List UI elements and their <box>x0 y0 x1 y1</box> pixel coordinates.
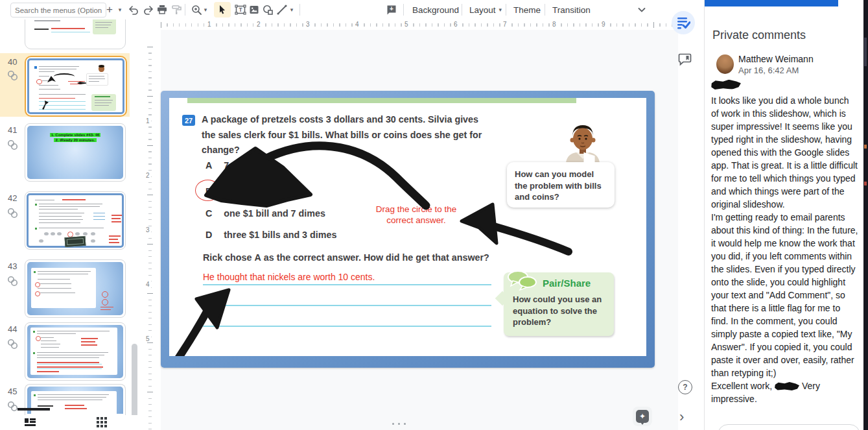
paint-format-button[interactable] <box>169 2 184 18</box>
slide-filmstrip: 40 <box>0 19 139 415</box>
slide-number-42: 42 <box>8 193 17 203</box>
right-gutter: ? › <box>678 0 704 430</box>
comment-timestamp: Apr 16, 6:42 AM <box>738 66 799 75</box>
google-slides-app: + ▾ ▾ T ▾ <box>0 0 868 430</box>
option-a[interactable]: A7 nickels <box>205 160 263 171</box>
boy-character-illustration <box>562 121 604 165</box>
drag-instruction-text[interactable]: Drag the circle to the correct answer. <box>368 204 465 226</box>
toolbar: + ▾ ▾ T ▾ <box>0 0 703 19</box>
comment-closing: Excellent work, Very impressive. <box>711 379 859 405</box>
problem-text[interactable]: A package of pretzels costs 3 dollars an… <box>202 112 492 158</box>
slide-thumbnail-45[interactable] <box>25 384 126 416</box>
search-input[interactable] <box>10 3 106 18</box>
filmstrip-horizontal-scrollbar[interactable] <box>18 408 50 411</box>
pair-share-title: Pair/Share <box>543 278 591 289</box>
toolbar-separator <box>403 4 404 16</box>
line-caret-icon[interactable]: ▾ <box>288 2 296 18</box>
undo-button[interactable] <box>126 2 141 18</box>
toolbar-separator <box>462 4 462 16</box>
slide-thumbnail-41[interactable]: 1. Complete slides #43- 46 2. iReady 20 … <box>25 123 126 182</box>
layout-caret-icon: ▾ <box>499 6 502 13</box>
comment-paragraph-2: I'm getting ready to email parents about… <box>711 211 859 379</box>
pair-share-box[interactable]: Pair/Share How could you use an equation… <box>504 272 614 336</box>
comment-paragraph-1: It looks like you did a whole bunch of w… <box>711 94 859 211</box>
zoom-caret-icon[interactable]: ▾ <box>202 2 209 18</box>
answer-line <box>203 305 491 306</box>
layout-button[interactable]: Layout▾ <box>465 0 506 19</box>
svg-text:T: T <box>239 6 242 13</box>
pair-share-tail <box>495 291 510 306</box>
link-icon <box>7 276 18 289</box>
slide-number-41: 41 <box>8 125 17 135</box>
avatar <box>716 54 734 74</box>
grid-view-icon[interactable] <box>97 417 107 430</box>
link-icon <box>7 70 18 84</box>
toolbar-separator <box>545 4 545 16</box>
redacted-name-scribble <box>775 382 799 390</box>
private-comments-panel: Private comments Matthew Weimann Apr 16,… <box>704 0 864 430</box>
checklist-badge[interactable] <box>672 11 695 34</box>
toolbar-separator <box>506 4 506 16</box>
slide-thumbnail-42[interactable] <box>25 191 126 250</box>
reply-input[interactable] <box>718 424 860 430</box>
rick-question-text[interactable]: Rick chose A as the correct answer. How … <box>203 252 489 263</box>
panel-title: Private comments <box>712 29 806 42</box>
slide-thumbnail-partial[interactable] <box>25 14 126 49</box>
horizontal-ruler: 1 2 3 4 5 6 7 8 9 <box>139 19 678 30</box>
student-answer-text[interactable]: He thought that nickels are worth 10 cen… <box>203 272 375 282</box>
select-tool-button[interactable] <box>214 2 231 18</box>
slide-editor-page[interactable]: 27 A package of pretzels costs 3 dollars… <box>161 91 655 368</box>
svg-text:+: + <box>390 5 393 12</box>
answer-line <box>203 326 491 327</box>
help-icon[interactable]: ? <box>678 380 692 394</box>
problem-number-badge: 27 <box>182 115 195 126</box>
redacted-name-scribble <box>711 79 741 90</box>
collapse-panel-chevron-icon[interactable]: › <box>679 409 684 425</box>
slide-thumbnail-44[interactable] <box>25 322 126 381</box>
transition-button[interactable]: Transition <box>548 0 594 19</box>
answer-circle-marker[interactable] <box>195 180 220 201</box>
panel-accent-bar <box>705 0 838 6</box>
pair-share-question: How could you use an equation to solve t… <box>513 294 606 328</box>
slide-number-40: 40 <box>8 57 17 67</box>
slide-canvas: 1 2 3 4 5 6 7 8 9 1 2 3 4 5 27 A package… <box>139 19 678 430</box>
slide-top-green-bar <box>187 98 576 103</box>
gemini-spark-button[interactable]: ✦ <box>633 407 652 426</box>
link-icon <box>7 139 18 153</box>
link-icon <box>7 401 18 414</box>
new-slide-caret-icon[interactable]: ▾ <box>116 2 124 18</box>
slide-thumbnail-43[interactable] <box>25 259 126 318</box>
window-edge-strip <box>863 0 868 430</box>
slide-thumbnail-40[interactable] <box>25 56 127 117</box>
toolbar-collapse-chevron-icon[interactable] <box>634 2 650 18</box>
filmstrip-view-icon[interactable] <box>25 417 36 429</box>
checklist-icon <box>676 16 690 30</box>
answer-line <box>203 284 491 285</box>
spark-icon: ✦ <box>636 410 649 423</box>
link-icon <box>7 208 18 221</box>
slide-number-45: 45 <box>8 387 17 396</box>
comment-body: It looks like you did a whole bunch of w… <box>711 94 859 405</box>
slide-number-43: 43 <box>8 261 17 271</box>
comment-author: Matthew Weimann <box>738 54 814 64</box>
slide41-text: 1. Complete slides #43- 46 2. iReady 20 … <box>25 132 125 143</box>
view-toggle-bar <box>0 415 139 430</box>
canvas-bottom-dots <box>392 423 406 425</box>
comment-history-icon[interactable] <box>678 53 692 69</box>
print-button[interactable] <box>154 2 170 18</box>
link-icon <box>7 339 18 352</box>
new-slide-button[interactable]: + <box>102 2 117 18</box>
option-d[interactable]: Dthree $1 bills and 3 dimes <box>205 230 336 240</box>
speech-bubble[interactable]: How can you model the problem with bills… <box>507 162 615 208</box>
toolbar-separator <box>185 4 185 16</box>
pair-share-bubbles-icon <box>506 270 540 291</box>
insert-shape-button[interactable] <box>260 2 276 18</box>
background-button[interactable]: Background <box>408 0 463 19</box>
slide-number-44: 44 <box>8 324 17 334</box>
option-c[interactable]: Cone $1 bill and 7 dimes <box>205 208 325 219</box>
theme-button[interactable]: Theme <box>510 0 545 19</box>
add-comment-button[interactable]: + <box>384 2 399 18</box>
toolbar-separator <box>299 4 300 16</box>
vertical-ruler: 1 2 3 4 5 <box>139 30 161 430</box>
